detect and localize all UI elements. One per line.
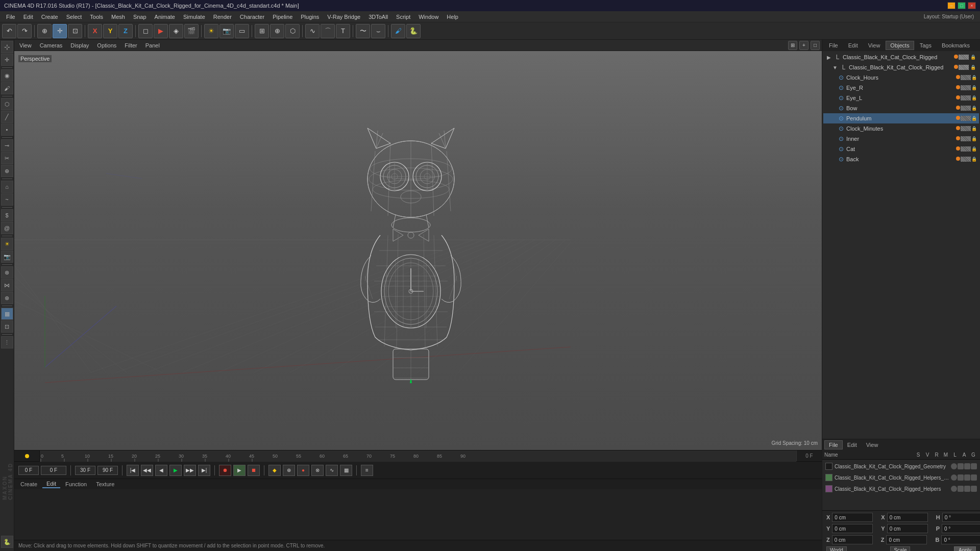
menu-snap[interactable]: Snap: [129, 13, 151, 21]
scale-tool-button[interactable]: ⊡: [68, 24, 82, 38]
menu-edit[interactable]: Edit: [19, 13, 37, 21]
menu-window[interactable]: Window: [414, 13, 443, 21]
coord-x-input[interactable]: [832, 513, 873, 522]
material-tool[interactable]: $: [1, 209, 13, 221]
viewport-fullscreen-button[interactable]: □: [811, 41, 820, 50]
coord-p-input[interactable]: [942, 524, 980, 533]
menu-plugins[interactable]: Plugins: [297, 13, 323, 21]
menu-render[interactable]: Render: [209, 13, 236, 21]
td-er[interactable]: [956, 85, 960, 89]
magnet-tool[interactable]: ⊸: [1, 139, 13, 152]
menu-file[interactable]: File: [2, 13, 19, 21]
spline-button[interactable]: ∿: [305, 24, 320, 38]
menu-tools[interactable]: Tools: [86, 13, 107, 21]
deformer-button[interactable]: 〜: [356, 24, 370, 38]
loft-button[interactable]: ⬡: [285, 24, 300, 38]
mat-tab-file[interactable]: File: [824, 440, 843, 449]
tree-item-cat[interactable]: ⊙ Cat 🔒: [823, 144, 979, 154]
tree-dot-s[interactable]: [954, 55, 958, 59]
light-tool[interactable]: ☀: [1, 238, 13, 250]
select-tool[interactable]: ⊹: [1, 41, 13, 53]
tree-item-bow[interactable]: ⊙ Bow 🔒: [823, 103, 979, 113]
maximize-button[interactable]: □: [958, 2, 966, 9]
camera-view-tool[interactable]: 📷: [1, 251, 13, 263]
mat-tab-edit[interactable]: Edit: [843, 440, 862, 449]
joint-tool[interactable]: ⋈: [1, 279, 13, 291]
viewport-menu-options[interactable]: Options: [94, 41, 119, 49]
td-cat[interactable]: [956, 146, 960, 151]
xaxis-button[interactable]: X: [88, 24, 102, 38]
viewport-camera-button[interactable]: +: [799, 41, 808, 50]
move-tool[interactable]: ✛: [1, 54, 13, 66]
td-pend[interactable]: [956, 116, 960, 120]
viewport-menu-filter[interactable]: Filter: [121, 41, 140, 49]
texture-tool[interactable]: @: [1, 222, 13, 234]
tab-objects[interactable]: Objects: [886, 41, 914, 50]
tree-item-clock-minutes[interactable]: ⊙ Clock_Minutes 🔒: [823, 123, 979, 134]
menu-select[interactable]: Select: [62, 13, 86, 21]
menu-mesh[interactable]: Mesh: [107, 13, 129, 21]
timeline-tick-area[interactable]: 0 5 10 15 20 25 30 35 40 45 50 55 60 65 …: [40, 450, 796, 462]
new-object-button[interactable]: ⊕: [37, 24, 52, 38]
weight-tool[interactable]: ⊗: [1, 292, 13, 304]
coord-h-input[interactable]: [942, 513, 980, 522]
knife-tool[interactable]: ✂: [1, 152, 13, 164]
coord-z-input[interactable]: [832, 535, 873, 544]
move-tool-button[interactable]: ✛: [53, 24, 67, 38]
td-bow[interactable]: [956, 106, 960, 110]
paint-tool[interactable]: ◉: [1, 69, 13, 82]
coord-z2-input[interactable]: [886, 535, 927, 544]
td-cm[interactable]: [956, 126, 960, 130]
menu-script[interactable]: Script: [392, 13, 414, 21]
render-to-picture-button[interactable]: 🎬: [184, 24, 199, 38]
close-button[interactable]: ×: [968, 2, 976, 9]
td-back[interactable]: [956, 157, 960, 161]
viewport-3d[interactable]: Perspective: [14, 51, 822, 450]
edge-tool[interactable]: ╱: [1, 111, 13, 123]
tree-dot-sub-s[interactable]: [954, 65, 958, 69]
array-button[interactable]: ⊞: [255, 24, 269, 38]
coord-b-input[interactable]: [941, 535, 980, 544]
viewport-expand-button[interactable]: ⊞: [788, 41, 797, 50]
td-inner[interactable]: [956, 136, 960, 140]
extras-button[interactable]: ⋮: [1, 336, 13, 348]
tree-item-back[interactable]: ⊙ Back 🔒: [823, 154, 979, 164]
tree-item-inner[interactable]: ⊙ Inner 🔒: [823, 134, 979, 144]
minimize-button[interactable]: –: [947, 2, 955, 9]
python-side-button[interactable]: 🐍: [1, 536, 13, 548]
tab-tags[interactable]: Tags: [915, 41, 936, 50]
td-ch1[interactable]: [956, 75, 960, 79]
tree-item-pendulum[interactable]: ⊙ Pendulum 🔒: [823, 113, 979, 123]
floor-button[interactable]: ▭: [235, 24, 249, 38]
lights-button[interactable]: ☀: [204, 24, 218, 38]
poly-tool[interactable]: ⬡: [1, 98, 13, 110]
menu-pipeline[interactable]: Pipeline: [268, 13, 297, 21]
tab-edit-right[interactable]: Edit: [844, 41, 863, 50]
ik-tool[interactable]: ⊗: [1, 266, 13, 279]
paint-button[interactable]: 🖌: [391, 24, 405, 38]
menu-animate[interactable]: Animate: [151, 13, 179, 21]
menu-help[interactable]: Help: [443, 13, 462, 21]
python-button[interactable]: 🐍: [406, 24, 421, 38]
tab-view-right[interactable]: View: [864, 41, 885, 50]
menu-character[interactable]: Character: [236, 13, 268, 21]
redo-button[interactable]: ↷: [17, 24, 32, 38]
menu-vray[interactable]: V-Ray Bridge: [323, 13, 364, 21]
brush-tool[interactable]: 🖌: [1, 82, 13, 94]
undo-button[interactable]: ↶: [2, 24, 16, 38]
coord-space-button[interactable]: World: [826, 546, 847, 551]
smooth-tool[interactable]: ~: [1, 193, 13, 206]
timeline-ruler[interactable]: 0 5 10 15 20 25 30 35 40 45 50 55 60 65 …: [14, 450, 822, 461]
mat-tab-view[interactable]: View: [862, 440, 883, 449]
viewport-menu-display[interactable]: Display: [67, 41, 92, 49]
sculpt-tool[interactable]: ⌂: [1, 181, 13, 193]
td-el[interactable]: [956, 95, 960, 99]
grid-button[interactable]: ▦: [1, 308, 13, 320]
coord-x2-input[interactable]: [887, 513, 928, 522]
apply-button[interactable]: Apply: [954, 546, 976, 551]
viewport-menu-panel[interactable]: Panel: [142, 41, 163, 49]
model-mode-button[interactable]: ◻: [138, 24, 153, 38]
tree-item-subroot[interactable]: ▼ L Classic_Black_Kit_Cat_Clock_Rigged 🔒: [823, 62, 979, 72]
tree-item-clock-hours[interactable]: ⊙ Clock_Hours 🔒: [823, 72, 979, 83]
coord-scale-button[interactable]: Scale: [890, 546, 910, 551]
